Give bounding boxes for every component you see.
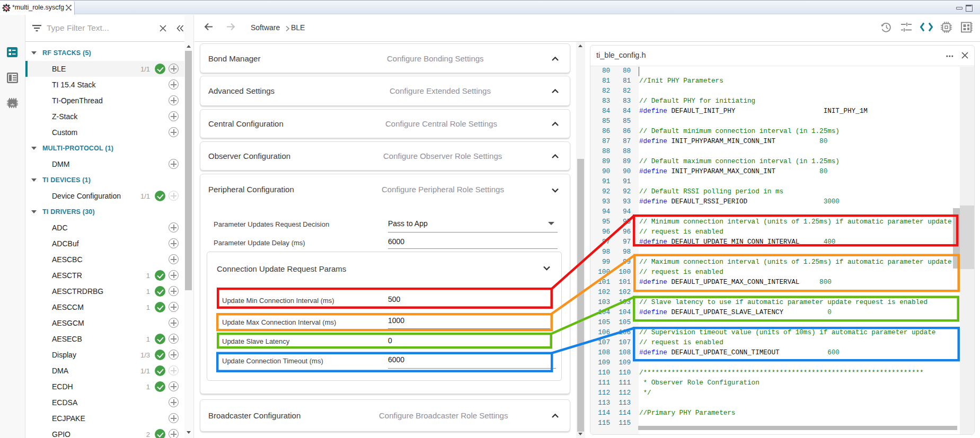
svg-text:S: S: [5, 4, 8, 12]
